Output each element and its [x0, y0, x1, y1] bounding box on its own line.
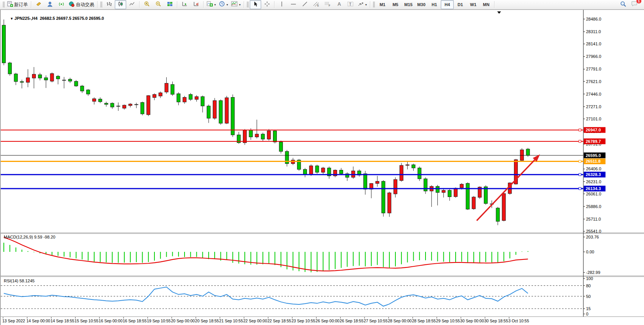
svg-text:26406.0: 26406.0	[586, 167, 601, 171]
svg-text:26231.0: 26231.0	[586, 179, 601, 184]
vline-button[interactable]	[276, 0, 287, 9]
indicators-button[interactable]: ▾	[205, 0, 217, 9]
svg-text:0.00: 0.00	[586, 250, 594, 254]
rsi-indicator-label: RSI(14) 58.1245	[4, 279, 35, 283]
text-button[interactable]: A	[333, 0, 345, 9]
chart-symbol: JPN225-,H4	[14, 16, 38, 21]
search-icon	[620, 1, 626, 9]
periods-clock-icon	[219, 1, 225, 8]
timeframe-button-m15[interactable]: M15	[402, 0, 415, 9]
svg-text:28 Sep 18:55: 28 Sep 18:55	[412, 319, 436, 323]
timeframe-button-m30[interactable]: M30	[415, 0, 428, 9]
svg-text:27621.0: 27621.0	[586, 79, 601, 84]
alerts-icon	[36, 1, 42, 8]
trendline-button[interactable]	[299, 0, 310, 9]
chart-shift-button[interactable]	[190, 0, 202, 9]
zoom-in-icon	[144, 1, 150, 8]
timeframe-button-h4[interactable]: H4	[441, 0, 454, 9]
candles-chart-button[interactable]	[115, 0, 126, 9]
timeframe-button-d1[interactable]: D1	[454, 0, 467, 9]
indicators-icon	[207, 1, 213, 8]
svg-text:14 Sep 18:55: 14 Sep 18:55	[50, 319, 74, 323]
periods-button[interactable]: ▾	[217, 0, 230, 9]
new-order-icon	[7, 1, 13, 8]
line-chart-button[interactable]	[126, 0, 138, 9]
templates-button[interactable]: ▾	[230, 0, 242, 9]
toolbar-grip[interactable]	[3, 2, 5, 8]
alerts-button[interactable]	[33, 0, 44, 9]
fibonacci-icon: F	[324, 1, 331, 8]
cursor-button[interactable]	[250, 0, 261, 9]
svg-text:28311.0: 28311.0	[586, 29, 601, 34]
auto-scroll-button[interactable]	[179, 0, 190, 9]
arrows-tool-button[interactable]: ▾	[356, 0, 368, 9]
chat-button[interactable]: 1	[629, 0, 640, 9]
chart-menu-caret[interactable]: ▼	[10, 17, 14, 21]
signals-button[interactable]	[56, 0, 67, 9]
templates-icon	[231, 1, 238, 8]
label-button[interactable]: T	[345, 0, 356, 9]
label-icon: T	[347, 1, 353, 8]
notification-badge: 1	[636, 0, 642, 4]
timeframe-group: M1M5M15M30H1H4D1W1MN	[376, 0, 493, 9]
timeframe-button-m5[interactable]: M5	[389, 0, 402, 9]
zoom-in-button[interactable]	[141, 0, 153, 9]
toolbar-grip[interactable]	[373, 2, 375, 8]
text-icon: A	[337, 1, 342, 8]
timeframe-button-m1[interactable]: M1	[376, 0, 389, 9]
bars-chart-button[interactable]	[103, 0, 115, 9]
svg-text:T: T	[349, 2, 352, 6]
svg-text:14 Sep 00:00: 14 Sep 00:00	[26, 319, 50, 323]
svg-text:30 Sep 18:55: 30 Sep 18:55	[484, 319, 508, 323]
svg-text:27791.0: 27791.0	[586, 67, 601, 71]
separator	[370, 1, 370, 8]
fibonacci-button[interactable]: F	[322, 0, 333, 9]
crosshair-icon	[264, 1, 270, 8]
toolbar-grip[interactable]	[247, 2, 249, 8]
chart-canvas[interactable]: 28486.028311.028141.027966.027791.027621…	[1, 10, 644, 325]
chart-ohlc: 26682.5 26697.5 26575.0 26595.0	[40, 16, 104, 21]
svg-text:28 Sep 00:00: 28 Sep 00:00	[388, 319, 412, 323]
profile-button[interactable]	[44, 0, 56, 9]
arrows-tool-icon	[358, 1, 364, 8]
crosshair-button[interactable]	[261, 0, 273, 9]
hline-button[interactable]	[287, 0, 299, 9]
chevron-down-icon: ▾	[365, 3, 367, 6]
chevron-down-icon: ▾	[239, 3, 241, 6]
channel-button[interactable]: E	[310, 0, 322, 9]
svg-text:25886.0: 25886.0	[586, 204, 601, 209]
svg-text:30 Sep 00:00: 30 Sep 00:00	[460, 319, 484, 323]
zoom-out-icon	[155, 1, 161, 8]
svg-text:27271.0: 27271.0	[586, 104, 601, 109]
svg-text:100: 100	[586, 276, 593, 281]
svg-text:22 Sep 18:55: 22 Sep 18:55	[267, 319, 291, 323]
cursor-icon	[253, 1, 258, 8]
svg-text:20 Sep 00:00: 20 Sep 00:00	[171, 319, 195, 323]
new-order-button[interactable]: 新订单	[6, 0, 29, 9]
signals-icon	[59, 1, 64, 8]
svg-text:19 Sep 10:55: 19 Sep 10:55	[147, 319, 171, 323]
svg-text:26328.3: 26328.3	[586, 172, 601, 177]
timeframe-button-mn[interactable]: MN	[480, 0, 493, 9]
autotrading-label: 自动交易	[76, 2, 94, 8]
timeframe-button-w1[interactable]: W1	[467, 0, 480, 9]
svg-text:50: 50	[586, 294, 591, 299]
autotrading-button[interactable]: 自动交易	[67, 0, 96, 9]
svg-text:27966.0: 27966.0	[586, 54, 601, 59]
mt4-window: 新订单 自动交易	[0, 0, 644, 325]
svg-text:26595.0: 26595.0	[586, 153, 601, 158]
chart-window: ▼ JPN225-,H4 26682.5 26697.5 26575.0 265…	[0, 10, 644, 325]
toolbar: 新订单 自动交易	[0, 0, 644, 10]
svg-text:F: F	[329, 4, 330, 7]
svg-text:0: 0	[586, 312, 588, 316]
zoom-out-button[interactable]	[153, 0, 164, 9]
svg-text:16 Sep 18:55: 16 Sep 18:55	[123, 319, 147, 323]
svg-text:26134.3: 26134.3	[586, 186, 601, 191]
svg-text:21 Sep 10:55: 21 Sep 10:55	[219, 319, 243, 323]
timeframe-button-h1[interactable]: H1	[428, 0, 441, 9]
chevron-down-icon: ▾	[226, 3, 228, 6]
svg-text:15 Sep 10:55: 15 Sep 10:55	[75, 319, 99, 323]
tile-windows-button[interactable]	[164, 0, 175, 9]
search-button[interactable]	[617, 0, 629, 9]
toolbar-grip[interactable]	[100, 2, 102, 8]
